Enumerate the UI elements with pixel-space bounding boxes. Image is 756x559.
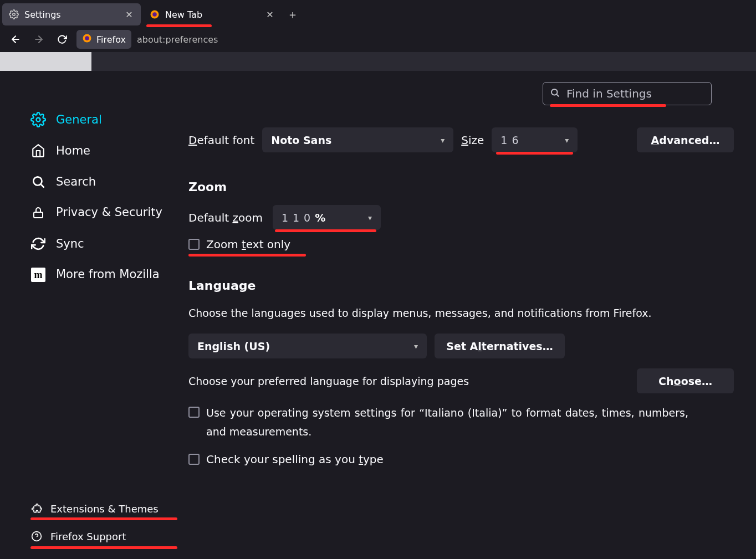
tab-title: New Tab	[165, 9, 259, 20]
sidebar-item-label: Search	[56, 175, 96, 188]
set-alternatives-button[interactable]: Set Alternatives…	[435, 334, 565, 358]
default-font-select[interactable]: Noto Sans ▾	[262, 127, 453, 152]
language-description: Choose the languages used to display men…	[188, 304, 671, 322]
sidebar-item-search[interactable]: Search	[30, 166, 177, 197]
nav-toolbar: Firefox about:preferences	[0, 27, 756, 52]
search-icon	[30, 174, 46, 189]
language-heading: Language	[188, 279, 734, 293]
firefox-support-link[interactable]: Firefox Support	[30, 530, 177, 542]
chevron-down-icon: ▾	[441, 136, 445, 145]
url-text[interactable]: about:preferences	[137, 34, 218, 45]
sidebar-item-sync[interactable]: Sync	[30, 228, 177, 259]
lock-icon	[30, 205, 46, 220]
tab-newtab[interactable]: New Tab ✕	[143, 3, 282, 25]
zoom-text-only-label: Zoom text only	[206, 238, 290, 251]
sync-icon	[30, 236, 46, 252]
svg-line-14	[556, 94, 558, 96]
bookmark-toolbar	[0, 52, 756, 71]
default-font-label: Default font	[188, 134, 254, 147]
tab-title: Settings	[24, 9, 119, 20]
new-tab-button[interactable]: ＋	[284, 6, 302, 23]
svg-point-0	[13, 13, 16, 16]
choose-languages-button[interactable]: Choose…	[637, 368, 734, 393]
url-identity-box[interactable]: Firefox	[76, 30, 131, 49]
chevron-down-icon: ▾	[414, 342, 418, 351]
svg-point-2	[152, 12, 157, 17]
sidebar-item-label: Home	[56, 144, 90, 157]
tab-strip: Settings ✕ New Tab ✕ ＋	[0, 0, 756, 27]
forward-button[interactable]	[30, 30, 48, 48]
default-zoom-label: Default zoom	[188, 211, 263, 224]
os-locale-label: Use your operating system settings for “…	[206, 403, 688, 441]
os-locale-checkbox[interactable]	[188, 407, 200, 418]
bookmark-item[interactable]	[0, 52, 91, 71]
sidebar-item-label: Privacy & Security	[56, 205, 162, 220]
sidebar-item-home[interactable]: Home	[30, 135, 177, 166]
settings-search-input[interactable]: Find in Settings	[543, 82, 712, 105]
back-button[interactable]	[7, 30, 24, 48]
settings-sidebar: General Home Search Privacy & Security	[0, 71, 188, 559]
sidebar-item-label: Sync	[56, 237, 84, 250]
svg-point-6	[85, 36, 89, 40]
zoom-text-only-checkbox[interactable]	[188, 239, 200, 250]
close-icon[interactable]: ✕	[265, 9, 275, 19]
firefox-icon	[82, 33, 92, 45]
page-language-description: Choose your preferred language for displ…	[188, 372, 627, 391]
sidebar-item-more-mozilla[interactable]: m More from Mozilla	[30, 259, 177, 290]
home-icon	[30, 143, 46, 158]
sidebar-item-privacy[interactable]: Privacy & Security	[30, 197, 177, 228]
sidebar-item-general[interactable]: General	[30, 104, 177, 135]
spellcheck-label: Check your spelling as you type	[206, 453, 384, 466]
font-size-select[interactable]: 16 ▾	[492, 127, 578, 152]
svg-rect-10	[34, 212, 43, 218]
link-label: Extensions & Themes	[50, 503, 159, 515]
chevron-down-icon: ▾	[565, 136, 569, 145]
gear-icon	[9, 9, 19, 19]
svg-line-9	[41, 184, 44, 187]
select-value: English (US)	[197, 340, 270, 352]
default-zoom-select[interactable]: 110% ▾	[273, 205, 381, 230]
settings-main-panel: Find in Settings Default font Noto Sans …	[188, 71, 756, 559]
select-value: 110%	[282, 212, 325, 224]
ui-language-select[interactable]: English (US) ▾	[188, 334, 427, 358]
gear-icon	[30, 112, 46, 127]
firefox-icon	[150, 9, 160, 19]
reload-button[interactable]	[53, 30, 71, 48]
puzzle-icon	[30, 502, 43, 515]
sidebar-item-label: More from Mozilla	[56, 267, 160, 282]
extensions-themes-link[interactable]: Extensions & Themes	[30, 502, 177, 515]
chevron-down-icon: ▾	[368, 213, 372, 222]
link-label: Firefox Support	[50, 531, 126, 542]
search-placeholder: Find in Settings	[566, 87, 652, 100]
search-icon	[550, 87, 560, 100]
fonts-advanced-button[interactable]: Advanced…	[637, 127, 734, 152]
select-value: 16	[500, 134, 523, 146]
select-value: Noto Sans	[271, 134, 331, 146]
zoom-heading: Zoom	[188, 180, 734, 194]
sidebar-item-label: General	[56, 113, 102, 126]
svg-point-7	[37, 118, 40, 122]
mozilla-icon: m	[30, 267, 46, 283]
spellcheck-checkbox[interactable]	[188, 454, 200, 465]
help-icon	[30, 530, 43, 542]
close-icon[interactable]: ✕	[124, 9, 134, 19]
tab-settings[interactable]: Settings ✕	[2, 3, 141, 25]
identity-label: Firefox	[96, 34, 126, 45]
font-size-label: Size	[461, 134, 484, 147]
